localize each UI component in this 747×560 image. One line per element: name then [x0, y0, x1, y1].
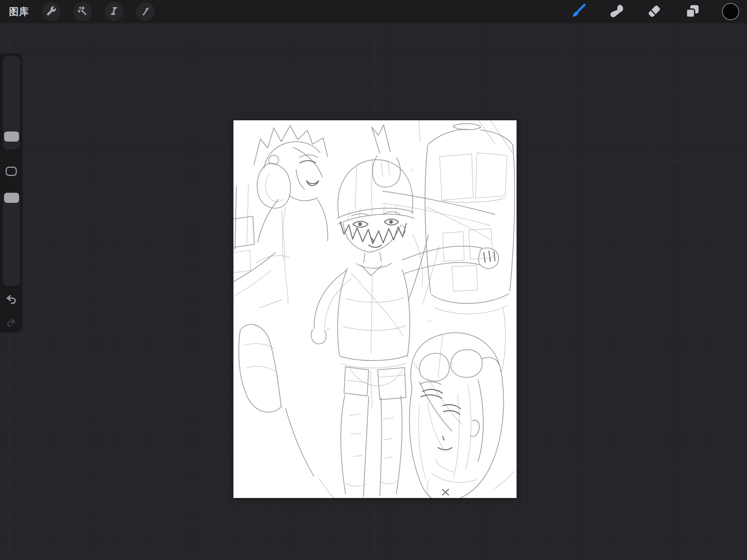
toolbar-left-group: 图库 — [9, 2, 155, 21]
actions-button[interactable] — [42, 2, 61, 21]
paintbrush-icon — [570, 3, 587, 21]
eraser-tool-button[interactable] — [645, 3, 663, 21]
opacity-handle[interactable] — [4, 193, 19, 203]
sketch-drawing — [233, 120, 517, 498]
gallery-button[interactable]: 图库 — [9, 5, 29, 18]
layers-button[interactable] — [684, 3, 701, 21]
smudge-tool-button[interactable] — [607, 3, 625, 21]
sketch-character-headphones — [254, 126, 328, 304]
eraser-icon — [646, 3, 663, 21]
toolbar-right-group — [569, 3, 741, 21]
smudge-icon — [608, 3, 625, 21]
selection-s-icon — [109, 6, 119, 17]
redo-arrow-icon — [5, 317, 17, 330]
top-toolbar: 图库 — [0, 0, 747, 23]
transform-arrow-icon — [140, 6, 151, 17]
sketch-equipment-left — [233, 185, 334, 498]
layers-icon — [684, 3, 701, 21]
transform-button[interactable] — [136, 2, 155, 21]
artwork-canvas[interactable] — [233, 120, 517, 498]
brush-tool-button[interactable] — [569, 3, 587, 21]
adjustments-button[interactable] — [73, 2, 92, 21]
undo-button[interactable] — [3, 293, 19, 308]
undo-arrow-icon — [4, 293, 18, 308]
sidebar-controls — [0, 53, 22, 332]
redo-button[interactable] — [3, 316, 19, 331]
brush-size-slider[interactable] — [3, 56, 20, 149]
color-button[interactable] — [722, 3, 740, 21]
procreate-app: 图库 — [0, 0, 747, 560]
brush-size-handle[interactable] — [4, 132, 19, 142]
color-circle — [722, 3, 739, 20]
canvas-workspace[interactable] — [0, 0, 747, 560]
magic-wand-icon — [78, 6, 88, 17]
opacity-slider[interactable] — [3, 192, 20, 286]
selection-button[interactable] — [105, 2, 123, 21]
wrench-icon — [46, 6, 56, 17]
modify-button[interactable] — [6, 167, 17, 176]
sketch-character-goggles-girl — [409, 333, 503, 498]
